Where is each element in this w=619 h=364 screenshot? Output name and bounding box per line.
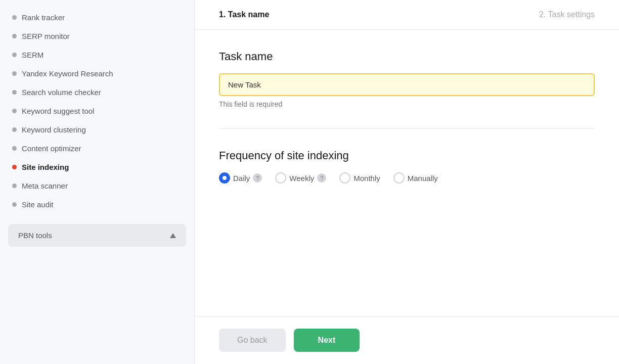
frequency-option-daily[interactable]: Daily ?: [219, 172, 262, 184]
sidebar-item-search-volume-checker[interactable]: Search volume checker: [0, 83, 194, 102]
frequency-manually-label: Manually: [408, 174, 438, 183]
sidebar-item-label: Keyword suggest tool: [22, 107, 94, 115]
help-weekly-icon[interactable]: ?: [317, 173, 326, 183]
help-daily-icon[interactable]: ?: [253, 173, 262, 183]
sidebar-item-yandex-keyword-research[interactable]: Yandex Keyword Research: [0, 64, 194, 83]
radio-monthly[interactable]: [339, 172, 350, 184]
footer: Go back Next: [195, 316, 619, 364]
frequency-daily-label: Daily: [233, 174, 250, 183]
sidebar-item-rank-tracker[interactable]: Rank tracker: [0, 8, 194, 27]
frequency-title: Frequency of site indexing: [219, 149, 595, 162]
frequency-monthly-label: Monthly: [353, 174, 380, 183]
dot-active-icon: [12, 165, 17, 169]
sidebar-item-label: Yandex Keyword Research: [22, 69, 113, 78]
dot-icon: [12, 71, 17, 76]
next-button[interactable]: Next: [294, 329, 360, 352]
sidebar-item-label: SERM: [22, 51, 43, 59]
radio-manually[interactable]: [393, 172, 405, 184]
main-content: 1. Task name 2. Task settings Task name …: [195, 0, 619, 364]
step2-label: 2. Task settings: [539, 10, 595, 19]
sidebar-item-label: Meta scanner: [22, 181, 68, 190]
chevron-up-icon: [170, 233, 176, 238]
dot-icon: [12, 53, 17, 57]
dot-icon: [12, 34, 17, 38]
sidebar-item-label: Site audit: [22, 200, 54, 209]
sidebar-item-label: Rank tracker: [22, 13, 65, 22]
radio-weekly[interactable]: [275, 172, 286, 184]
dot-icon: [12, 202, 17, 207]
sidebar-item-serm[interactable]: SERM: [0, 46, 194, 64]
dot-icon: [12, 184, 17, 188]
sidebar-item-label: Content optimizer: [22, 144, 81, 153]
frequency-section: Frequency of site indexing Daily ? Weekl…: [219, 149, 595, 194]
sidebar-item-meta-scanner[interactable]: Meta scanner: [0, 176, 194, 195]
task-name-input[interactable]: [219, 73, 595, 96]
sidebar-item-site-audit[interactable]: Site audit: [0, 195, 194, 214]
sidebar-item-keyword-suggest-tool[interactable]: Keyword suggest tool: [0, 102, 194, 120]
step-header: 1. Task name 2. Task settings: [195, 0, 619, 30]
dot-icon: [12, 15, 17, 20]
go-back-button[interactable]: Go back: [219, 329, 286, 352]
frequency-option-manually[interactable]: Manually: [393, 172, 438, 184]
dot-icon: [12, 127, 17, 132]
frequency-option-weekly[interactable]: Weekly ?: [275, 172, 326, 184]
sidebar-item-label: Keyword clustering: [22, 125, 86, 134]
frequency-weekly-label: Weekly: [289, 174, 314, 183]
radio-daily[interactable]: [219, 172, 230, 184]
dot-icon: [12, 146, 17, 151]
sidebar-item-keyword-clustering[interactable]: Keyword clustering: [0, 120, 194, 139]
sidebar-item-label: Search volume checker: [22, 88, 101, 97]
dot-icon: [12, 90, 17, 95]
field-required-hint: This field is required: [219, 100, 595, 108]
sidebar-item-label: SERP monitor: [22, 32, 70, 40]
sidebar: Rank tracker SERP monitor SERM Yandex Ke…: [0, 0, 195, 364]
dot-icon: [12, 109, 17, 113]
task-name-title: Task name: [219, 50, 595, 63]
task-name-section: Task name This field is required: [219, 50, 595, 129]
sidebar-item-label: Site indexing: [22, 163, 69, 171]
sidebar-item-serp-monitor[interactable]: SERP monitor: [0, 27, 194, 46]
step1-label: 1. Task name: [219, 10, 269, 19]
sidebar-item-site-indexing[interactable]: Site indexing: [0, 158, 194, 176]
pbn-tools-item[interactable]: PBN tools: [8, 224, 186, 247]
frequency-radio-group: Daily ? Weekly ? Monthly Manually: [219, 172, 595, 184]
content-area: Task name This field is required Frequen…: [195, 30, 619, 316]
frequency-option-monthly[interactable]: Monthly: [339, 172, 380, 184]
sidebar-item-content-optimizer[interactable]: Content optimizer: [0, 139, 194, 158]
pbn-tools-label: PBN tools: [18, 231, 52, 240]
